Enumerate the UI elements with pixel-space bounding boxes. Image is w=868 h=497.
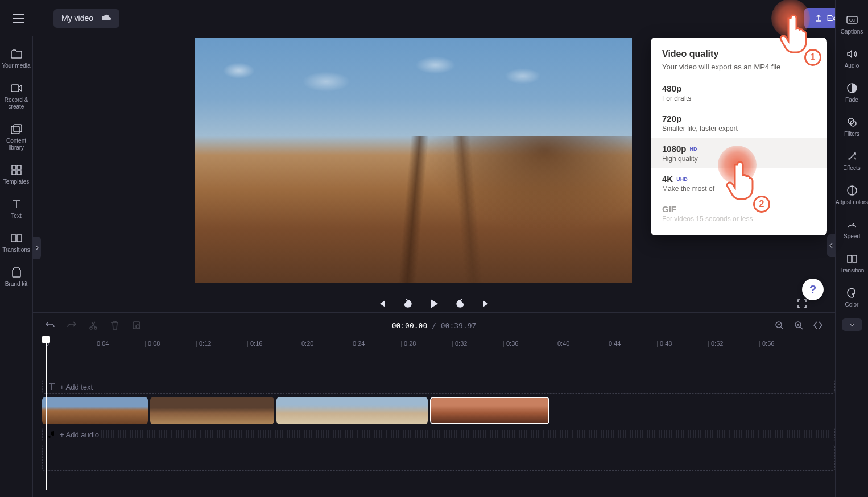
sidebar-item-label: Templates (3, 179, 30, 185)
cloud-sync-icon (101, 14, 111, 23)
video-clip-4-selected[interactable] (430, 397, 549, 424)
tick: 0:44 (609, 340, 621, 347)
sidebar-item-label: Speed (844, 233, 860, 240)
rewind-button[interactable]: 5 (401, 297, 415, 310)
undo-button[interactable] (44, 320, 56, 331)
add-text-label: + Add text (60, 383, 93, 391)
playback-controls: 5 5 (33, 292, 835, 315)
svg-rect-7 (17, 165, 21, 169)
brand-kit-icon (10, 266, 23, 279)
svg-rect-4 (11, 126, 19, 134)
zoom-out-button[interactable] (774, 320, 785, 331)
help-icon: ? (809, 283, 816, 296)
sidebar-item-fade[interactable]: Fade (836, 77, 869, 108)
top-bar: My video Export (0, 0, 868, 36)
sidebar-item-adjust-colors[interactable]: Adjust colors (836, 180, 869, 210)
sidebar-item-label: Captions (841, 28, 863, 35)
timeline-ruler[interactable]: 0 0:04 0:08 0:12 0:16 0:20 0:24 0:28 0:3… (42, 338, 835, 355)
play-button[interactable] (427, 297, 441, 310)
skip-end-button[interactable] (480, 297, 493, 310)
color-palette-icon (846, 287, 858, 299)
timeline-toolbar: 00:00.00 / 00:39.97 (33, 313, 835, 338)
sidebar-item-transition[interactable]: Transition (836, 248, 869, 279)
help-button[interactable]: ? (802, 279, 824, 300)
svg-point-22 (90, 327, 92, 329)
video-clip-3[interactable] (276, 397, 428, 424)
video-preview-canvas[interactable] (195, 38, 632, 283)
video-title: My video (61, 14, 93, 23)
total-time: 00:39.97 (441, 321, 477, 330)
sidebar-item-effects[interactable]: Effects (836, 146, 869, 176)
sidebar-item-content-library[interactable]: Content library (0, 118, 33, 156)
export-popup-subtitle: Your video will export as an MP4 file (651, 63, 827, 78)
sidebar-item-label: Adjust colors (836, 199, 868, 206)
tick: 0:48 (660, 340, 672, 347)
sidebar-item-your-media[interactable]: Your media (0, 43, 33, 74)
captions-icon: CC (846, 14, 858, 26)
sidebar-item-captions[interactable]: CC Captions (836, 9, 869, 40)
sidebar-item-label: Text (11, 213, 21, 219)
sidebar-item-filters[interactable]: Filters (836, 111, 869, 142)
sidebar-item-speed[interactable]: Speed (836, 214, 869, 245)
crop-button[interactable] (131, 320, 142, 331)
split-button[interactable] (88, 320, 99, 331)
delete-button[interactable] (109, 320, 121, 331)
video-clip-1[interactable] (42, 397, 148, 424)
skip-start-button[interactable] (375, 297, 388, 310)
svg-rect-6 (12, 165, 16, 169)
audio-icon (846, 48, 858, 60)
redo-button[interactable] (66, 320, 77, 331)
svg-rect-19 (853, 255, 857, 262)
sidebar-item-audio[interactable]: Audio (836, 43, 869, 74)
right-sidebar-more-button[interactable] (842, 318, 862, 331)
svg-rect-9 (17, 171, 21, 175)
quality-option-480p[interactable]: 480p For drafts (651, 78, 827, 108)
quality-option-gif[interactable]: GIF For videos 15 seconds or less (651, 198, 827, 229)
sidebar-item-label: Transitions (2, 247, 30, 254)
main-menu-button[interactable] (8, 8, 28, 28)
quality-option-1080p[interactable]: 1080pHD High quality (651, 138, 827, 168)
svg-rect-11 (17, 235, 22, 242)
sidebar-item-brand-kit[interactable]: Brand kit (0, 262, 33, 292)
sidebar-item-label: Brand kit (5, 281, 27, 288)
tick: 0:56 (762, 340, 774, 347)
library-icon (10, 123, 23, 135)
forward-button[interactable]: 5 (453, 297, 467, 310)
add-text-track[interactable]: + Add text (42, 380, 835, 394)
quality-option-4k[interactable]: 4KUHD Make the most of (651, 168, 827, 198)
adjust-icon (846, 184, 858, 197)
text-icon (10, 198, 23, 210)
templates-icon (10, 164, 23, 176)
filters-icon (846, 116, 858, 129)
transitions-icon (10, 232, 23, 245)
export-quality-popup: Video quality Your video will export as … (651, 38, 827, 235)
video-title-chip[interactable]: My video (53, 9, 119, 28)
sidebar-item-label: Content library (0, 138, 33, 151)
tick: 0:36 (506, 340, 518, 347)
waveform-preview (100, 430, 830, 438)
sidebar-item-color[interactable]: Color (836, 282, 869, 313)
timecode-display: 00:00.00 / 00:39.97 (392, 321, 477, 330)
sidebar-item-text[interactable]: Text (0, 193, 33, 224)
quality-option-720p[interactable]: 720p Smaller file, faster export (651, 108, 827, 138)
tick: 0:04 (97, 340, 109, 347)
zoom-in-button[interactable] (793, 320, 804, 331)
media-folder-icon (10, 48, 23, 60)
svg-rect-10 (11, 235, 16, 242)
svg-rect-5 (14, 125, 22, 132)
tick: 0:20 (301, 340, 313, 347)
fade-icon (846, 82, 858, 94)
timeline-section: 00:00.00 / 00:39.97 0 0:04 0:08 0:12 0:1… (33, 312, 835, 497)
svg-point-23 (94, 327, 97, 329)
right-sidebar: CC Captions Audio Fade Filters Effects A… (835, 0, 868, 497)
sidebar-item-record-create[interactable]: Record & create (0, 77, 33, 115)
add-audio-track[interactable]: + Add audio (42, 428, 835, 441)
playhead[interactable] (42, 336, 50, 343)
video-clip-2[interactable] (150, 397, 274, 424)
zoom-fit-button[interactable] (812, 320, 824, 331)
sidebar-item-templates[interactable]: Templates (0, 159, 33, 190)
sidebar-item-transitions[interactable]: Transitions (0, 227, 33, 258)
empty-track[interactable] (42, 359, 835, 376)
empty-track[interactable] (42, 445, 835, 471)
tick: 0:12 (199, 340, 211, 347)
